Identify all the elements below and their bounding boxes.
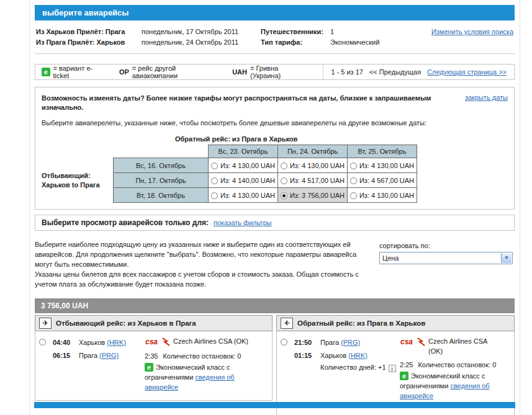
matrix-row-header: Вт, 18. Октябрь xyxy=(114,188,209,203)
radio-icon[interactable] xyxy=(281,177,287,184)
matrix-price-option[interactable]: Из: 4 130,00 UAH xyxy=(209,158,278,173)
outbound-axis-label: Отбывающий: Харьков to Прага xyxy=(42,135,113,203)
filter-label: Выберите просмотр авиарейсов только для: xyxy=(42,218,209,227)
csa-airline-logo: csa xyxy=(145,336,171,347)
airport-code-link[interactable]: (PRG) xyxy=(341,339,360,346)
return-date: понедельник, 24 Октябрь 2011 xyxy=(142,38,261,46)
price-group-band: 3 756,00 UAH xyxy=(35,298,515,313)
radio-icon[interactable] xyxy=(211,177,218,184)
radio-icon[interactable] xyxy=(281,163,287,169)
outbound-select-radio[interactable] xyxy=(39,339,46,346)
op-legend-text: = рейс другой авиакомпании xyxy=(132,65,220,79)
outbound-date: понедельник, 17 Октябрь 2011 xyxy=(142,28,261,35)
matrix-price-option[interactable]: Из: 4 130,00 UAH xyxy=(348,158,417,173)
intro-paragraph-1: Выберите наиболее подходящую цену из ука… xyxy=(35,239,373,269)
radio-icon[interactable] xyxy=(350,163,357,169)
airline-name: Czech Airlines CSA (OK) xyxy=(173,336,248,346)
return-arr-time: 01:15 xyxy=(294,349,320,362)
matrix-price-option[interactable]: Из: 4 140,00 UAH xyxy=(209,173,278,188)
page-title-bar: выберите авиарейсы xyxy=(35,5,515,20)
page-range-text: 1 - 5 из 17 xyxy=(331,68,363,76)
next-page-link[interactable]: Следующая страница >> xyxy=(427,68,507,76)
return-card-title: Обратный рейс: из Прага в Харьков xyxy=(297,319,425,327)
outbound-flight-card: ✈ Отбывающий рейс: из Харьков в Прага 04… xyxy=(35,315,273,415)
filter-bar: Выберите просмотр авиарейсов только для:… xyxy=(35,215,515,231)
radio-icon[interactable] xyxy=(211,192,218,199)
outbound-route-label: Из Харьков Прилёт: Прага xyxy=(36,28,142,35)
outbound-dep-time: 04:40 xyxy=(53,336,79,349)
outbound-card-title: Отбывающий рейс: из Харьков в Прага xyxy=(56,319,196,327)
travelers-value: 1 xyxy=(330,28,395,35)
date-price-matrix: Вс, 23. Октябрь Пн, 24. Октябрь Вт, 25. … xyxy=(113,145,417,203)
matrix-row-header: Пн, 17. Октябрь xyxy=(114,173,209,188)
airport-code-link[interactable]: (HRK) xyxy=(107,339,126,346)
outbound-dep-city: Харьков (HRK) xyxy=(79,336,126,349)
eticket-icon: e xyxy=(42,68,50,76)
matrix-title: Обратный рейс: из Прага в Харьков xyxy=(175,135,417,143)
flight-duration: 2:35 xyxy=(145,352,158,360)
intro-section: Выберите наиболее подходящую цену из ука… xyxy=(35,239,515,289)
svg-text:csa: csa xyxy=(400,337,413,346)
matrix-price-option[interactable]: Из: 4 130,00 UAH xyxy=(278,158,348,173)
radio-icon[interactable] xyxy=(211,163,218,169)
matrix-row-header: Вс, 16. Октябрь xyxy=(114,158,209,173)
return-route-label: Из Прага Прилёт: Харьков xyxy=(36,38,142,46)
csa-airline-logo: csa xyxy=(400,336,426,347)
matrix-col-header: Вт, 25. Октябрь xyxy=(348,145,417,158)
flexible-dates-panel: Возможность изменять даты? Более низкие … xyxy=(35,87,515,210)
dropdown-arrow-icon[interactable]: ▼ xyxy=(501,253,512,263)
stops-text: Количество остановок: 0 xyxy=(418,361,496,368)
return-dep-city: Прага (PRG) xyxy=(320,336,360,349)
return-arr-city: Харьков (HRK) xyxy=(320,349,367,362)
airport-code-link[interactable]: (PRG) xyxy=(99,352,119,359)
radio-icon[interactable] xyxy=(281,192,287,199)
eticket-icon: e xyxy=(400,372,408,380)
search-summary: Из Харьков Прилёт: Прага понедельник, 17… xyxy=(35,27,515,54)
matrix-price-option[interactable]: Из: 4 567,00 UAH xyxy=(348,173,417,188)
close-dates-link[interactable]: закрыть даты xyxy=(465,94,508,101)
return-dep-time: 21:50 xyxy=(294,336,320,349)
stops-text: Количество остановок: 0 xyxy=(163,352,241,360)
page-frame: выберите авиарейсы Из Харьков Прилёт: Пр… xyxy=(29,0,520,415)
fare-type-value: Экономический xyxy=(330,38,395,46)
return-flight-card: ✈ Обратный рейс: из Прага в Харьков 21:5… xyxy=(276,315,515,415)
svg-text:csa: csa xyxy=(145,337,158,346)
matrix-price-option[interactable]: Из: 3 756,00 UAH xyxy=(278,188,348,203)
airport-code-link[interactable]: (HRK) xyxy=(348,352,367,359)
flight-selection-page: { "colors": { "header_blue": "#1d8ed2", … xyxy=(0,0,532,415)
sort-selected-value: Цена xyxy=(382,254,399,262)
travelers-label: Путешественники: xyxy=(261,28,330,35)
pagination: 1 - 5 из 17 << Предыдущая Следующая стра… xyxy=(323,65,514,79)
sort-label: сортировать по: xyxy=(379,242,515,249)
fare-type-label: Тип тарифа: xyxy=(261,38,330,46)
plane-return-icon: ✈ xyxy=(281,318,293,329)
sort-select[interactable]: Цена ▼ xyxy=(379,252,513,264)
days-offset-text: Количество дней: +1i xyxy=(320,362,400,372)
prev-page-text: << Предыдущая xyxy=(369,68,421,76)
flexible-dates-headline: Возможность изменять даты? Более низкие … xyxy=(42,94,448,112)
flexible-dates-instruction: Выберите авиаперелеты, указанные ниже, ч… xyxy=(42,118,508,128)
outbound-arr-city: Прага (PRG) xyxy=(79,349,119,362)
info-icon[interactable]: i xyxy=(389,365,396,372)
page-title: выберите авиарейсы xyxy=(42,8,128,17)
matrix-price-option[interactable]: Из: 4 130,00 UAH xyxy=(348,188,417,203)
plane-depart-icon: ✈ xyxy=(39,318,52,329)
radio-icon[interactable] xyxy=(350,192,357,199)
eticket-legend-text: = вариант e-ticket xyxy=(53,65,107,79)
op-label: OP xyxy=(119,68,129,76)
uah-legend-text: = Гривна (Украина) xyxy=(250,65,308,79)
matrix-col-header: Пн, 24. Октябрь xyxy=(278,145,348,158)
intro-paragraph-2: Указаны цены билетов для всех пассажиров… xyxy=(35,269,373,289)
change-search-link[interactable]: Изменить условия поиска xyxy=(431,28,513,35)
eticket-icon: e xyxy=(145,363,153,372)
outbound-arr-time: 06:15 xyxy=(53,349,79,362)
section-divider-bar xyxy=(34,402,515,408)
show-filters-link[interactable]: показать фильтры xyxy=(214,219,271,226)
legend-bar: e = вариант e-ticket OP = рейс другой ав… xyxy=(35,64,515,80)
uah-label: UAH xyxy=(232,68,247,76)
matrix-col-header: Вс, 23. Октябрь xyxy=(209,145,278,158)
matrix-price-option[interactable]: Из: 4 130,00 UAH xyxy=(209,188,278,203)
return-select-radio[interactable] xyxy=(281,339,287,346)
radio-icon[interactable] xyxy=(350,177,357,184)
matrix-price-option[interactable]: Из: 4 517,00 UAH xyxy=(278,173,348,188)
